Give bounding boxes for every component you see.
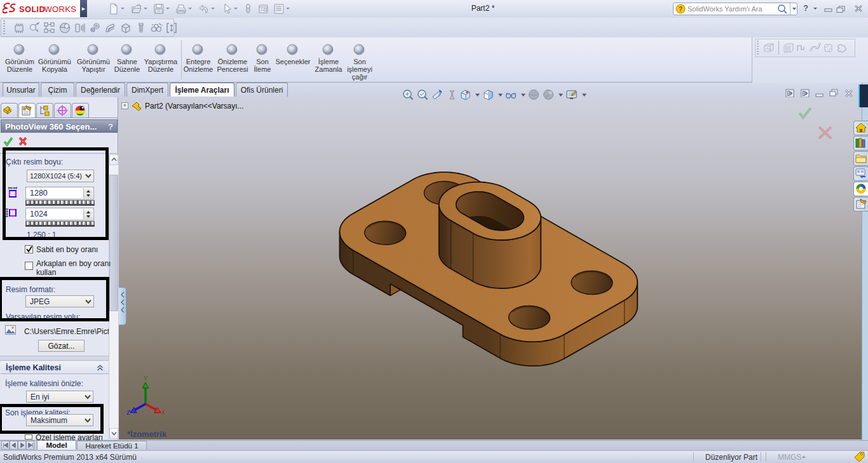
svg-text:*İzometrik: *İzometrik <box>127 429 167 439</box>
svg-text:?: ? <box>679 6 682 13</box>
svg-text:WORKS: WORKS <box>44 4 77 13</box>
svg-text:Z: Z <box>126 410 130 417</box>
svg-text:X: X <box>161 410 165 417</box>
svg-text:Y: Y <box>144 375 147 382</box>
svg-text:SOLID: SOLID <box>19 4 45 13</box>
svg-text:?: ? <box>160 23 163 28</box>
